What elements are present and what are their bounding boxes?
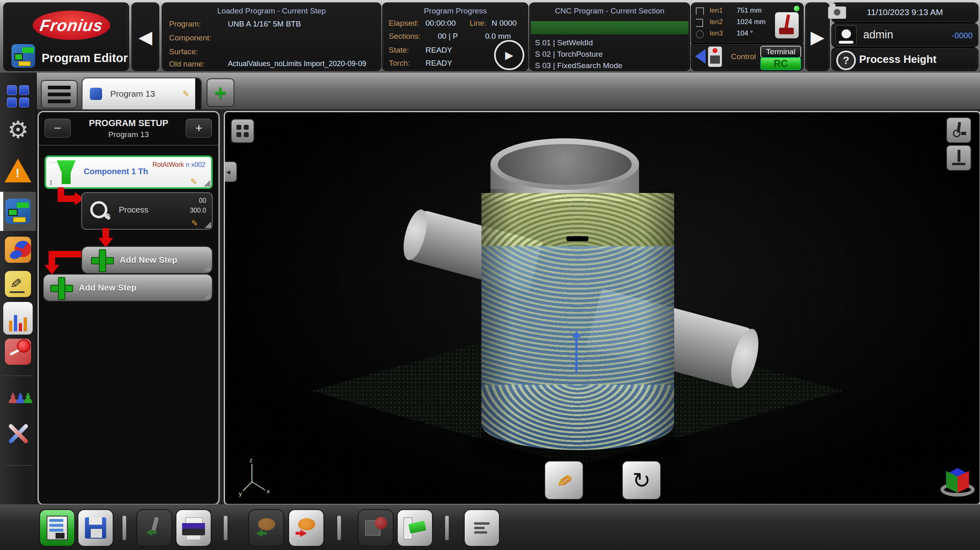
- cylinder-rim-inner: [498, 144, 632, 185]
- process-help-panel[interactable]: ? Process Height: [831, 47, 978, 71]
- code-view-button[interactable]: [464, 509, 500, 547]
- program-doc-icon: [47, 516, 68, 540]
- resize-corner: [204, 265, 210, 271]
- flow-arrow: [58, 195, 76, 202]
- cnc-title: CNC Program - Current Section: [530, 7, 689, 16]
- process-value-bottom: 300.0: [190, 207, 206, 214]
- cnc-row[interactable]: S 01 | SetWeldId: [535, 38, 593, 47]
- fronius-import-icon: [255, 517, 278, 539]
- sidebar-item-paths[interactable]: [3, 337, 33, 366]
- print-button[interactable]: [176, 509, 212, 547]
- panel-forward-button[interactable]: ▶: [805, 2, 830, 71]
- tree-menu-button[interactable]: [41, 80, 78, 109]
- flow-arrow: [102, 228, 109, 239]
- tree-subtitle: Program 13: [39, 130, 218, 139]
- fronius-logo: Fronius: [33, 11, 110, 40]
- tab-program[interactable]: Program 13 ✎: [82, 78, 202, 110]
- user-panel[interactable]: admin -0000: [831, 23, 978, 47]
- fit-view-button[interactable]: [231, 119, 254, 143]
- plus-icon: +: [214, 80, 227, 105]
- sidebar-item-annotate[interactable]: ✎: [3, 269, 33, 299]
- axis-icon: [696, 7, 704, 15]
- torch-display-button[interactable]: [946, 117, 971, 143]
- run-program-button[interactable]: ▶: [494, 40, 524, 70]
- program-list-button[interactable]: [397, 509, 433, 547]
- tab-label: Program 13: [110, 89, 155, 99]
- cnc-program-panel: CNC Program - Current Section S 01 | Set…: [529, 2, 690, 71]
- sidebar-item-statistics[interactable]: [3, 304, 33, 333]
- component-note-red: RotAtWork: [152, 161, 184, 168]
- work-axis-arrowhead: [572, 331, 581, 337]
- robot-axes-panel: len1 751 mm len2 1024 mm len3 104 °: [691, 2, 804, 43]
- panel-collapse-handle[interactable]: ◂: [224, 161, 237, 182]
- axis-icon: [696, 19, 703, 27]
- component-note: RotAtWork n x002: [152, 161, 205, 169]
- fronius-logo-text: Fronius: [39, 16, 104, 35]
- state-label: State:: [389, 46, 409, 55]
- play-icon: ▶: [505, 49, 513, 62]
- sidebar-item-users[interactable]: ♟♟♟: [3, 384, 33, 413]
- username: admin: [863, 29, 893, 41]
- add-step-label: Add New Step: [79, 283, 136, 293]
- resize-corner: [205, 222, 211, 228]
- sidebar-item-tools[interactable]: [3, 419, 33, 448]
- sidebar-item-alarms[interactable]: !: [3, 156, 33, 185]
- field-label: Old name:: [169, 60, 205, 69]
- edit-pencil-icon: ✎: [191, 218, 198, 228]
- sidebar-item-home[interactable]: [3, 82, 33, 111]
- loaded-program-title: Loaded Program - Current Step: [163, 7, 381, 16]
- bar-chart-icon: [3, 302, 33, 335]
- rc-mode-badge[interactable]: RC: [760, 57, 801, 70]
- sidebar-item-program-editor[interactable]: [3, 197, 33, 226]
- gear-icon: ⚙: [7, 116, 29, 144]
- process-node[interactable]: ⚙ Process 00 300.0 ✎: [81, 192, 213, 230]
- rotate-view-button[interactable]: ↻: [622, 461, 661, 500]
- hamburger-icon: [48, 86, 71, 89]
- warning-icon: !: [4, 159, 31, 182]
- terminal-badge[interactable]: Terminal: [760, 46, 801, 58]
- program-editor-app-icon: [11, 44, 35, 68]
- bottom-toolbar: [0, 504, 980, 550]
- component-node[interactable]: ---- Component 1 Th RotAtWork n x002 1 ✎: [45, 155, 213, 189]
- axis-x-label: x: [267, 488, 270, 495]
- sidebar-divider: [3, 375, 33, 376]
- camera-icon[interactable]: [828, 7, 846, 19]
- stop-simulation-button[interactable]: [358, 509, 394, 547]
- edit-pencil-icon: ✎: [552, 471, 576, 489]
- export-to-cloud-button[interactable]: [288, 509, 324, 547]
- component-note-blue: n x002: [186, 161, 205, 168]
- orientation-cube[interactable]: [940, 465, 975, 499]
- program-tree-panel: − + PROGRAM SETUP Program 13 ---- Compon…: [38, 111, 220, 505]
- panel-back-button[interactable]: ◀: [131, 2, 159, 71]
- cnc-row[interactable]: S 03 | FixedSearch Mode: [535, 61, 622, 70]
- open-program-button[interactable]: [39, 509, 75, 547]
- torch-export-icon: [144, 517, 165, 539]
- save-button[interactable]: [78, 509, 114, 547]
- measure-edit-button[interactable]: ✎: [544, 461, 584, 500]
- welding-station-icon: [775, 12, 799, 38]
- teach-pendant-icon: [708, 47, 722, 67]
- sidebar-item-settings[interactable]: ⚙: [3, 115, 33, 144]
- avatar-icon: [835, 25, 857, 46]
- save-icon: [85, 517, 106, 539]
- send-to-robot-button[interactable]: [136, 509, 172, 547]
- process-label: Process: [119, 205, 148, 215]
- handle-icon: ◂: [226, 167, 230, 177]
- add-new-step-button[interactable]: Add New Step: [81, 246, 213, 274]
- path-error-icon: [5, 339, 31, 365]
- terminal-label: Terminal: [766, 47, 795, 56]
- axis-icon: [696, 30, 704, 38]
- torch-perpendicular-button[interactable]: [946, 145, 971, 171]
- process-help-label: Process Height: [859, 53, 936, 66]
- field-label: Program:: [169, 20, 201, 29]
- import-from-cloud-button[interactable]: [248, 509, 284, 547]
- cnc-row[interactable]: S 02 | TorchPosture: [535, 50, 603, 59]
- viewport-3d-canvas[interactable]: ◂ z x y ✎ ↻: [224, 111, 980, 505]
- line-label: Line:: [470, 19, 486, 28]
- elapsed-value: 00:00:00: [425, 19, 456, 28]
- add-new-step-button[interactable]: Add New Step: [43, 274, 213, 302]
- elapsed-label: Elapsed:: [389, 19, 419, 28]
- sidebar-item-reports[interactable]: [3, 235, 33, 264]
- weld-seam-mark: [566, 236, 588, 241]
- add-tab-button[interactable]: +: [207, 78, 234, 107]
